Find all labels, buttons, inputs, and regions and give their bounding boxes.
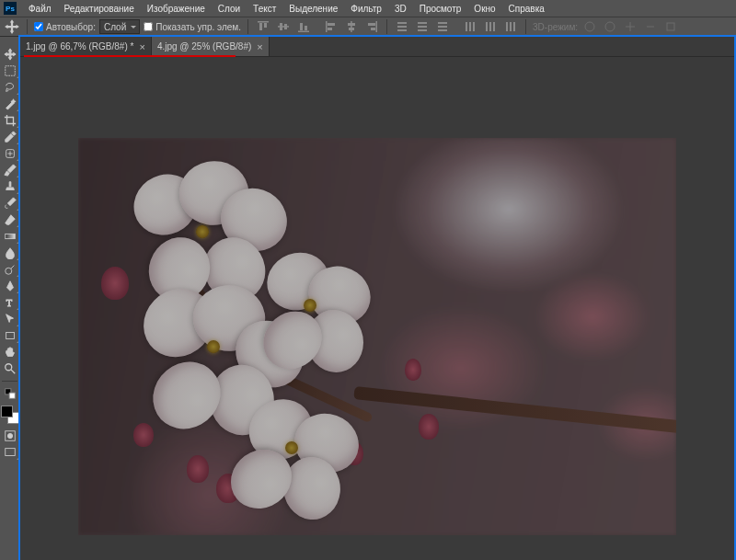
menu-bar: Ps Файл Редактирование Изображение Слои … — [0, 0, 736, 17]
dist-bottom-icon[interactable] — [434, 18, 451, 35]
move-tool[interactable] — [0, 46, 20, 63]
dist-top-icon[interactable] — [394, 18, 410, 35]
svg-point-37 — [605, 22, 615, 31]
roll-3d-icon[interactable] — [602, 18, 618, 35]
flower-bud — [419, 414, 439, 440]
gradient-tool[interactable] — [0, 228, 20, 245]
dist-vcenter-icon[interactable] — [414, 18, 431, 35]
dist-left-icon[interactable] — [462, 18, 478, 35]
tools-panel: T — [0, 37, 20, 560]
type-tool[interactable]: T — [0, 294, 20, 311]
show-controls-checkbox[interactable]: Показать упр. элем. — [144, 22, 241, 32]
orbit-3d-icon[interactable] — [581, 18, 598, 35]
workspace: T 1.jpg @ 66,7% (RGB/8#) * × 4.jpg @ 25%… — [0, 37, 736, 560]
pan-3d-icon[interactable] — [622, 18, 638, 35]
canvas-viewport[interactable] — [20, 57, 734, 560]
svg-rect-39 — [6, 66, 16, 76]
menu-help[interactable]: Справка — [502, 2, 551, 16]
align-vcenter-icon[interactable] — [275, 18, 292, 35]
svg-rect-14 — [349, 28, 354, 30]
separator — [27, 19, 28, 34]
pen-tool[interactable] — [0, 278, 20, 294]
dodge-tool[interactable] — [0, 261, 20, 278]
svg-rect-21 — [418, 22, 427, 24]
svg-point-49 — [7, 433, 12, 438]
separator — [525, 19, 526, 34]
autoselect-target-dropdown[interactable]: Слой — [99, 19, 140, 34]
dist-hcenter-icon[interactable] — [482, 18, 499, 35]
zoom-tool[interactable] — [0, 360, 20, 377]
menu-window[interactable]: Окно — [467, 2, 501, 16]
zoom-3d-icon[interactable] — [662, 18, 679, 35]
history-brush-tool[interactable] — [0, 195, 20, 211]
autoselect-checkbox[interactable]: Автовыбор: — [34, 22, 96, 32]
dist-right-icon[interactable] — [502, 18, 519, 35]
eraser-tool[interactable] — [0, 211, 20, 228]
move-tool-icon[interactable] — [4, 18, 20, 35]
menu-filter[interactable]: Фильтр — [344, 2, 388, 16]
blur-tool[interactable] — [0, 245, 20, 261]
svg-rect-29 — [473, 22, 475, 31]
menu-edit[interactable]: Редактирование — [58, 2, 141, 16]
clone-stamp-tool[interactable] — [0, 178, 20, 195]
separator — [2, 381, 17, 382]
hand-tool[interactable] — [0, 344, 20, 360]
default-colors-icon[interactable] — [0, 385, 20, 402]
document-tab-2[interactable]: 4.jpg @ 25% (RGB/8#) × — [152, 37, 270, 56]
svg-rect-10 — [328, 23, 335, 26]
autoselect-label: Автовыбор: — [46, 22, 96, 32]
autoselect-input[interactable] — [34, 22, 43, 31]
slide-3d-icon[interactable] — [642, 18, 659, 35]
document-tabs: 1.jpg @ 66,7% (RGB/8#) * × 4.jpg @ 25% (… — [20, 37, 734, 57]
options-bar: Автовыбор: Слой Показать упр. элем. 3D-р… — [0, 17, 736, 37]
svg-rect-20 — [397, 29, 407, 31]
svg-rect-0 — [258, 21, 269, 23]
svg-rect-41 — [6, 234, 16, 238]
canvas[interactable] — [78, 138, 676, 535]
align-bottom-icon[interactable] — [295, 18, 312, 35]
eyedropper-tool[interactable] — [0, 129, 20, 145]
menu-select[interactable]: Выделение — [282, 2, 344, 16]
path-select-tool[interactable] — [0, 311, 20, 327]
menu-view[interactable]: Просмотр — [413, 2, 468, 16]
document-area: 1.jpg @ 66,7% (RGB/8#) * × 4.jpg @ 25% (… — [20, 37, 734, 560]
align-hcenter-icon[interactable] — [343, 18, 360, 35]
svg-rect-6 — [298, 31, 309, 33]
crop-tool[interactable] — [0, 112, 20, 129]
show-controls-input[interactable] — [144, 22, 153, 31]
align-left-icon[interactable] — [323, 18, 339, 35]
menu-file[interactable]: Файл — [22, 2, 58, 16]
rectangle-tool[interactable] — [0, 327, 20, 344]
menu-layers[interactable]: Слои — [212, 2, 247, 16]
menu-text[interactable]: Текст — [247, 2, 282, 16]
svg-rect-35 — [513, 22, 515, 31]
magic-wand-tool[interactable] — [0, 96, 20, 112]
menu-3d[interactable]: 3D — [388, 2, 413, 16]
svg-rect-23 — [418, 29, 427, 31]
tab-label: 1.jpg @ 66,7% (RGB/8#) * — [26, 41, 133, 51]
lasso-tool[interactable] — [0, 79, 20, 96]
brush-tool[interactable] — [0, 162, 20, 178]
menu-image[interactable]: Изображение — [141, 2, 212, 16]
separator — [386, 19, 387, 34]
marquee-tool[interactable] — [0, 63, 20, 79]
mode-3d-label: 3D-режим: — [533, 22, 578, 32]
document-tab-1[interactable]: 1.jpg @ 66,7% (RGB/8#) * × — [20, 37, 152, 56]
screen-mode-icon[interactable] — [0, 444, 20, 461]
align-top-icon[interactable] — [255, 18, 271, 35]
svg-rect-31 — [489, 22, 491, 31]
svg-rect-47 — [9, 393, 15, 398]
svg-rect-9 — [326, 21, 328, 32]
foreground-color[interactable] — [1, 406, 13, 417]
healing-brush-tool[interactable] — [0, 145, 20, 162]
flower-center — [207, 340, 220, 353]
svg-point-36 — [585, 22, 594, 31]
svg-rect-19 — [397, 26, 407, 28]
svg-rect-50 — [6, 449, 16, 456]
quick-mask-icon[interactable] — [0, 428, 20, 444]
color-swatch[interactable] — [1, 406, 19, 424]
align-right-icon[interactable] — [363, 18, 380, 35]
flower-center — [285, 441, 298, 454]
close-icon[interactable]: × — [139, 41, 144, 52]
close-icon[interactable]: × — [257, 41, 262, 52]
